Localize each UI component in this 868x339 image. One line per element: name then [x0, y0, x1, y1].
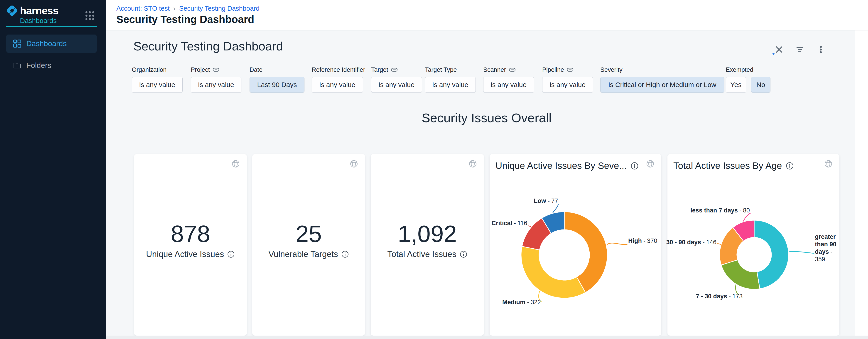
globe-icon[interactable]: [824, 160, 833, 168]
info-icon[interactable]: [630, 162, 639, 170]
filter-project-value[interactable]: is any value: [191, 77, 241, 93]
kebab-menu-icon[interactable]: [816, 45, 826, 55]
cursor-dot: [773, 53, 775, 55]
sidebar-item-label: Dashboards: [26, 39, 67, 48]
dashboard-title: Security Testing Dashboard: [133, 39, 283, 53]
exempted-no-button[interactable]: No: [751, 77, 770, 93]
chart-title-row: Unique Active Issues By Seve...: [495, 161, 640, 171]
filter-label: Pipeline: [542, 66, 593, 73]
filter-date: Date Last 90 Days: [250, 66, 305, 93]
filter-label: Target: [371, 66, 422, 73]
callout-line-high: [607, 243, 627, 245]
donut-slice-7---30-days[interactable]: [721, 260, 760, 289]
filter-reference-identifier: Reference Identifier is any value: [312, 66, 365, 93]
globe-icon[interactable]: [646, 160, 654, 168]
callout-line-greater-than-90-days: [789, 252, 814, 253]
severity-donut-chart[interactable]: [490, 154, 661, 336]
info-icon[interactable]: [786, 162, 794, 170]
donut-label-7-30-days: 7 - 30 days-173: [696, 293, 743, 300]
info-icon[interactable]: [227, 250, 235, 258]
filter-target-type-value[interactable]: is any value: [425, 77, 476, 93]
donut-label-medium: Medium-322: [502, 299, 541, 306]
globe-icon[interactable]: [350, 160, 358, 168]
donut-label-30-90-days: 30 - 90 days-146: [666, 238, 716, 246]
sidebar-item-folders[interactable]: Folders: [6, 56, 97, 75]
filter-target: Target is any value: [371, 66, 422, 93]
link-icon: [567, 68, 574, 72]
donut-label-low: Low-77: [534, 197, 558, 205]
stat-card-unique-active-issues: 878 Unique Active Issues: [134, 154, 247, 336]
donut-label-less-than-7-days: less than 7 days-80: [690, 207, 750, 214]
filter-icon[interactable]: [795, 45, 805, 55]
stat-value: 25: [252, 220, 365, 248]
stat-value: 878: [134, 220, 247, 248]
stat-label: Total Active Issues: [371, 250, 484, 259]
filter-pipeline-value[interactable]: is any value: [542, 77, 593, 93]
chart-card-unique-active-issues-by-severity: Unique Active Issues By Seve... Low-77 C…: [490, 154, 661, 336]
exempted-yes-button[interactable]: Yes: [726, 77, 746, 93]
stat-card-vulnerable-targets: 25 Vulnerable Targets: [252, 154, 365, 336]
donut-label-greater-than-90-days: greater than 90 days-359: [815, 233, 841, 263]
link-icon: [391, 68, 398, 72]
module-label: Dashboards: [20, 17, 57, 25]
donut-label-high: High-370: [628, 237, 657, 245]
top-header: Account: STO test › Security Testing Das…: [106, 0, 868, 30]
donut-label-critical: Critical-116: [491, 220, 527, 227]
stat-label: Unique Active Issues: [134, 250, 247, 259]
sidebar-divider: [6, 26, 97, 27]
donut-slice-medium[interactable]: [521, 246, 586, 298]
donut-slice-greater-than-90-days[interactable]: [754, 220, 788, 289]
app-grid-icon[interactable]: [85, 10, 95, 21]
filter-pipeline: Pipeline is any value: [542, 66, 593, 93]
filter-scanner-value[interactable]: is any value: [483, 77, 534, 93]
filter-target-type: Target Type is any value: [425, 66, 476, 93]
filter-reference-identifier-value[interactable]: is any value: [312, 77, 363, 93]
globe-icon[interactable]: [468, 160, 477, 168]
info-icon[interactable]: [341, 250, 349, 258]
brand-name: harness: [20, 4, 58, 17]
filter-severity: Severity is Critical or High or Medium o…: [600, 66, 724, 93]
breadcrumb-chevron-icon: ›: [173, 4, 176, 12]
filter-label: Scanner: [483, 66, 534, 73]
page-title: Security Testing Dashboard: [116, 13, 254, 25]
stat-label: Vulnerable Targets: [252, 250, 365, 259]
filter-label: Exempted: [726, 66, 770, 73]
filter-label: Target Type: [425, 66, 476, 73]
scrollbar-track: [855, 30, 868, 336]
filter-label: Organization: [132, 66, 183, 73]
filter-organization: Organization is any value: [132, 66, 183, 93]
stat-card-total-active-issues: 1,092 Total Active Issues: [371, 154, 484, 336]
dashboard-canvas: Security Testing Dashboard Organization …: [106, 30, 868, 339]
info-icon[interactable]: [460, 250, 467, 258]
filter-exempted: Exempted Yes No: [726, 66, 770, 93]
canvas-bottom-strip: [106, 336, 868, 339]
chart-title: Unique Active Issues By Seve...: [495, 161, 627, 171]
harness-logo[interactable]: harness: [6, 4, 58, 17]
section-heading: Security Issues Overall: [422, 110, 552, 125]
close-icon[interactable]: [774, 45, 784, 55]
sidebar-item-dashboards[interactable]: Dashboards: [6, 34, 97, 53]
filter-label: Severity: [600, 66, 724, 73]
dashboard-toolbar: [774, 45, 826, 55]
stat-value: 1,092: [371, 220, 484, 248]
filter-label: Project: [191, 66, 241, 73]
filter-date-value[interactable]: Last 90 Days: [250, 77, 305, 93]
filter-organization-value[interactable]: is any value: [132, 77, 183, 93]
globe-icon[interactable]: [231, 160, 240, 168]
filter-project: Project is any value: [191, 66, 241, 93]
link-icon: [509, 68, 516, 72]
chart-title-row: Total Active Issues By Age: [673, 161, 818, 171]
breadcrumb: Account: STO test › Security Testing Das…: [116, 4, 259, 12]
filter-label: Date: [250, 66, 305, 73]
filter-label: Reference Identifier: [312, 66, 365, 73]
filter-target-value[interactable]: is any value: [371, 77, 422, 93]
dashboards-icon: [13, 39, 21, 48]
filter-severity-value[interactable]: is Critical or High or Medium or Low: [600, 77, 724, 93]
filter-scanner: Scanner is any value: [483, 66, 534, 93]
breadcrumb-page-link[interactable]: Security Testing Dashboard: [179, 5, 259, 12]
breadcrumb-account-link[interactable]: Account: STO test: [116, 5, 170, 12]
chart-title: Total Active Issues By Age: [673, 161, 782, 171]
chart-card-total-active-issues-by-age: Total Active Issues By Age less than 7 d…: [668, 154, 839, 336]
link-icon: [213, 68, 219, 72]
folder-icon: [13, 61, 21, 69]
